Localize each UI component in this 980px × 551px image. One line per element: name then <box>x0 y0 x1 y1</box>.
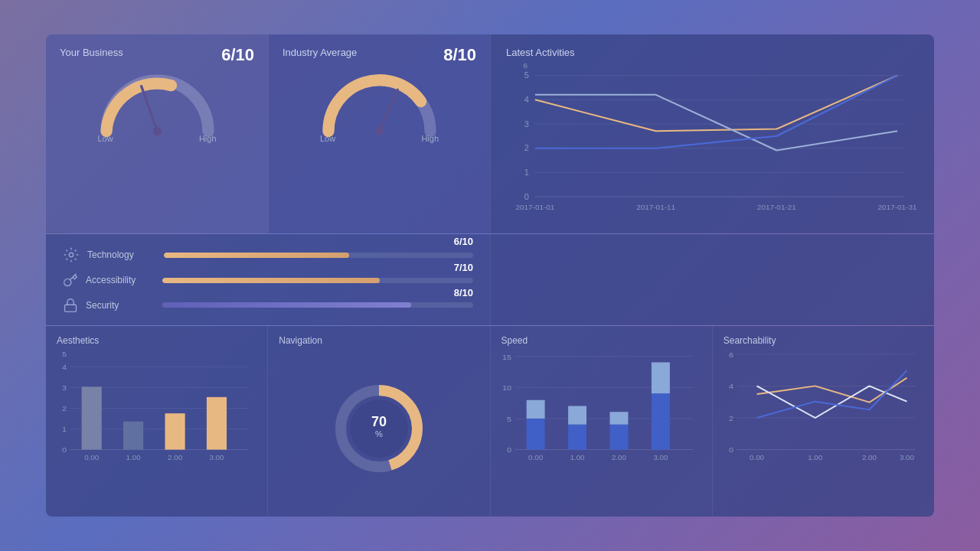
speed-bar-3-top <box>651 362 669 393</box>
svg-text:1.00: 1.00 <box>570 455 584 461</box>
svg-text:0: 0 <box>507 446 511 454</box>
sec-bar-bg <box>162 302 473 308</box>
key-icon <box>63 272 78 288</box>
svg-text:1.00: 1.00 <box>808 455 822 461</box>
speed-bar-2-top <box>609 412 628 424</box>
aesthetics-bar-3 <box>207 397 227 450</box>
aesthetics-bar-1 <box>123 422 143 450</box>
sec-bar <box>162 302 411 308</box>
svg-text:6: 6 <box>523 62 528 70</box>
speed-panel: Speed 0 5 10 15 <box>491 326 713 517</box>
speed-bar-2-bot <box>609 425 628 450</box>
navigation-title: Navigation <box>279 335 479 346</box>
industry-avg-panel: Industry Average 8/10 Low High <box>268 34 490 233</box>
svg-text:1: 1 <box>524 168 529 177</box>
aesthetics-bar-0 <box>82 386 102 449</box>
svg-point-21 <box>69 253 74 257</box>
gauge-ind-labels: Low High <box>320 134 439 143</box>
gear-icon <box>63 246 80 263</box>
access-bar-bg <box>162 278 473 283</box>
speed-bar-0-top <box>526 400 544 419</box>
search-blue-line <box>756 370 906 418</box>
your-business-panel: Your Business 6/10 Low High <box>46 34 268 233</box>
svg-text:5: 5 <box>507 415 511 422</box>
donut-container: 70 % <box>279 349 479 507</box>
aesthetics-chart: 0 1 2 3 4 5 <box>57 350 256 461</box>
access-bar <box>162 278 380 283</box>
svg-text:3.00: 3.00 <box>209 455 224 461</box>
svg-rect-22 <box>65 305 77 311</box>
svg-text:15: 15 <box>501 353 511 360</box>
searchability-title: Searchability <box>724 335 923 346</box>
industry-avg-score: 8/10 <box>443 45 476 65</box>
svg-text:2.00: 2.00 <box>611 455 626 461</box>
svg-text:4: 4 <box>524 95 529 104</box>
biz-high: High <box>199 134 217 143</box>
svg-text:1: 1 <box>62 425 67 433</box>
searchability-chart: 0 2 4 6 0.00 1.00 2.00 3.00 <box>724 350 923 461</box>
svg-text:2017-01-01: 2017-01-01 <box>515 203 554 211</box>
svg-text:2017-01-11: 2017-01-11 <box>636 203 675 211</box>
tech-score: 6/10 <box>454 236 473 247</box>
svg-text:0: 0 <box>524 192 529 201</box>
ind-high: High <box>421 134 439 143</box>
access-score: 7/10 <box>454 262 473 273</box>
ind-low: Low <box>320 134 335 143</box>
svg-text:2017-01-31: 2017-01-31 <box>878 203 917 211</box>
svg-text:3.00: 3.00 <box>900 455 914 461</box>
speed-bar-1-bot <box>568 425 586 450</box>
latest-title: Latest Activities <box>506 47 919 58</box>
tech-label: Technology <box>87 249 156 260</box>
gauge-svg-ind <box>312 66 446 139</box>
aesthetics-bar-2 <box>165 413 185 449</box>
speed-bar-3-bot <box>651 393 669 449</box>
aesthetics-title: Aesthetics <box>57 335 256 346</box>
gauge-biz-labels: Low High <box>98 134 217 143</box>
svg-text:2: 2 <box>62 405 67 412</box>
technology-row: 6/10 Technology <box>63 246 473 263</box>
donut-svg: 70 % <box>329 379 429 478</box>
svg-text:0: 0 <box>62 446 67 454</box>
tech-bar-bg <box>164 253 473 258</box>
svg-text:4: 4 <box>62 364 67 371</box>
svg-text:%: % <box>375 429 383 439</box>
svg-text:3.00: 3.00 <box>653 455 668 461</box>
gauge-business: Low High <box>60 66 254 143</box>
searchability-panel: Searchability 0 2 4 6 0.00 <box>713 326 934 517</box>
svg-line-0 <box>141 86 157 132</box>
sec-label: Security <box>86 300 155 311</box>
access-label: Accessibility <box>86 275 155 285</box>
biz-low: Low <box>98 134 113 143</box>
speed-bar-1-top <box>568 406 586 425</box>
svg-text:6: 6 <box>729 350 733 358</box>
lock-icon <box>63 298 78 313</box>
svg-text:0.00: 0.00 <box>528 455 543 461</box>
metrics-panel: 6/10 Technology 7/10 Accessibility 8/10 <box>46 234 490 325</box>
latest-chart: 0 1 2 3 4 5 6 2017-01-01 2017-01-11 2017… <box>506 61 919 218</box>
your-business-score: 6/10 <box>221 45 254 65</box>
speed-title: Speed <box>501 335 701 346</box>
svg-text:2: 2 <box>729 414 733 422</box>
speed-bar-0-bot <box>526 419 544 450</box>
svg-text:3: 3 <box>524 119 529 129</box>
svg-text:0: 0 <box>729 446 733 454</box>
aesthetics-panel: Aesthetics 0 1 2 3 4 5 <box>46 326 268 517</box>
svg-text:0.00: 0.00 <box>84 455 99 461</box>
security-row: 8/10 Security <box>63 298 473 313</box>
navigation-panel: Navigation 70 % <box>268 326 490 517</box>
accessibility-row: 7/10 Accessibility <box>63 272 473 288</box>
sec-score: 8/10 <box>454 287 473 298</box>
latest-activities-cont <box>490 234 934 325</box>
svg-text:3: 3 <box>62 384 67 392</box>
gauge-svg-biz <box>90 66 224 139</box>
svg-text:4: 4 <box>729 383 733 390</box>
svg-text:10: 10 <box>501 384 511 392</box>
gauge-industry: Low High <box>283 66 476 143</box>
svg-text:2.00: 2.00 <box>168 455 182 461</box>
speed-chart: 0 5 10 15 <box>501 350 701 461</box>
tech-bar <box>164 253 349 258</box>
svg-text:0.00: 0.00 <box>750 455 764 461</box>
svg-text:2: 2 <box>524 144 529 153</box>
svg-text:2017-01-21: 2017-01-21 <box>757 203 796 211</box>
svg-text:2.00: 2.00 <box>862 455 877 461</box>
